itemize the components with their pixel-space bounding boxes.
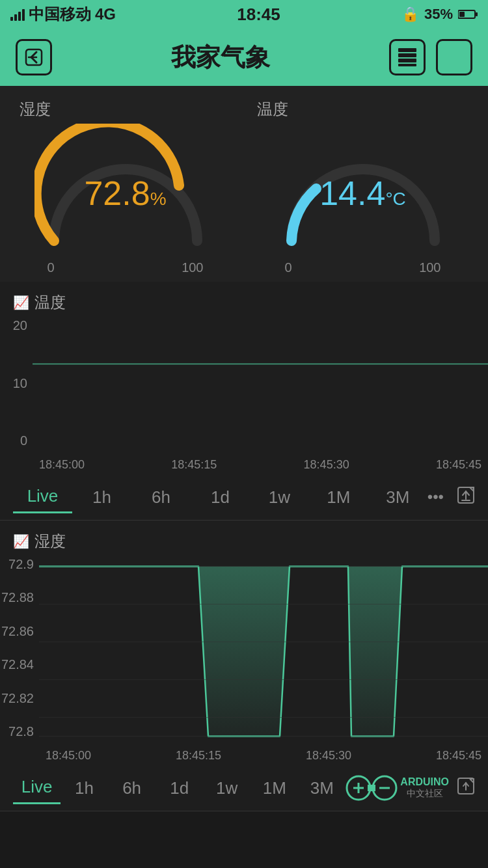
btab-live[interactable]: Live [13,772,61,804]
btab-1h[interactable]: 1h [61,773,108,804]
svg-rect-25 [368,785,375,791]
svg-rect-5 [398,48,416,52]
hum-y-728: 72.8 [8,724,34,739]
hum-chart-header: 📈 湿度 [0,531,488,552]
temperature-chart-section: 📈 温度 20 10 0 18:45:00 18:45:15 18:45:30 … [0,282,488,521]
temperature-value: 14.4°C [319,174,406,213]
temp-chart-plot [33,318,488,455]
carrier-label: 中国移动 [29,4,91,25]
tab-6h[interactable]: 6h [131,482,191,513]
signal-icon [10,8,25,21]
arduino-logo: ARDUINO 中文社区 [346,772,475,804]
temp-x-0: 18:45:00 [39,458,85,472]
temp-chart-svg [33,318,488,455]
btab-3m[interactable]: 3M [298,773,346,804]
status-bar: 中国移动 4G 18:45 🔒 35% [0,0,488,29]
hum-y-labels: 72.9 72.88 72.86 72.84 72.82 72.8 [0,557,39,739]
temp-x-3: 18:45:45 [436,458,481,472]
menu-button[interactable] [436,39,472,75]
temp-y-0: 0 [20,433,27,448]
temperature-gauge-wrapper: 14.4°C [272,124,454,267]
btab-6h[interactable]: 6h [108,773,156,804]
tab-1w[interactable]: 1w [250,482,309,513]
tab-1m[interactable]: 1M [309,482,368,513]
temperature-gauge: 温度 14.4°C 0 100 [244,99,481,275]
settings-button[interactable] [389,39,426,75]
humidity-chart-section: 📈 湿度 72.9 72.88 72.86 72.84 72.82 72.8 [0,521,488,811]
export-icon[interactable] [457,486,475,508]
tab-3m[interactable]: 3M [368,482,427,513]
humidity-chart-area: 72.9 72.88 72.86 72.84 72.82 72.8 [0,557,488,765]
temp-y-labels: 20 10 0 [0,318,33,448]
btab-1d[interactable]: 1d [156,773,203,804]
status-right: 🔒 35% [401,6,478,23]
bottom-time-tabs: Live 1h 6h 1d 1w 1M 3M ARDUINO 中文社区 [0,765,488,811]
temperature-label: 温度 [257,99,288,120]
btab-1m[interactable]: 1M [251,773,298,804]
title-bar-right [389,39,472,75]
hum-chart-svg [39,557,488,746]
temp-x-2: 18:45:30 [304,458,349,472]
time-tabs: Live 1h 6h 1d 1w 1M 3M ••• [0,474,488,521]
battery-icon [458,9,478,20]
hum-x-3: 18:45:45 [436,749,481,763]
back-button[interactable] [16,39,52,75]
hum-x-0: 18:45:00 [46,749,91,763]
hum-y-729: 72.9 [8,557,34,572]
humidity-label: 湿度 [20,99,51,120]
title-bar: 我家气象 [0,29,488,86]
hum-x-labels: 18:45:00 18:45:15 18:45:30 18:45:45 [39,746,488,765]
svg-rect-8 [398,64,416,66]
humidity-gauge-wrapper: 72.8% [34,124,217,267]
network-label: 4G [95,5,116,23]
hum-y-7282: 72.82 [1,691,34,706]
page-title: 我家气象 [171,41,270,74]
hum-chart-plot [39,557,488,746]
hum-y-7284: 72.84 [1,657,34,672]
hum-x-2: 18:45:30 [306,749,351,763]
temp-x-1: 18:45:15 [171,458,217,472]
temp-x-labels: 18:45:00 18:45:15 18:45:30 18:45:45 [33,455,488,474]
title-bar-left [16,39,52,75]
humidity-gauge: 湿度 72.8% 0 100 [7,99,244,275]
svg-rect-2 [476,12,478,16]
humidity-value: 72.8% [84,174,166,213]
btab-1w[interactable]: 1w [203,773,251,804]
hum-chart-icon: 📈 [13,534,29,549]
svg-rect-1 [459,12,465,17]
temp-chart-icon: 📈 [13,295,29,310]
share-icon[interactable] [457,777,475,799]
hum-y-7288: 72.88 [1,590,34,605]
temp-chart-title: 温度 [34,292,66,313]
lock-icon: 🔒 [401,6,419,23]
temp-chart-header: 📈 温度 [0,292,488,313]
temperature-chart-area: 20 10 0 18:45:00 18:45:15 18:45:30 18:45… [0,318,488,474]
tab-actions: ••• [427,486,475,508]
tab-1h[interactable]: 1h [72,482,131,513]
svg-rect-6 [398,53,416,57]
battery-label: 35% [424,6,453,23]
status-left: 中国移动 4G [10,4,116,25]
more-icon[interactable]: ••• [427,488,444,506]
hum-y-7286: 72.86 [1,624,34,639]
temp-y-20: 20 [13,318,27,333]
status-time: 18:45 [237,5,280,25]
hum-chart-title: 湿度 [34,531,66,552]
tab-live[interactable]: Live [13,481,72,513]
hum-x-1: 18:45:15 [176,749,221,763]
gauges-section: 湿度 72.8% 0 100 温度 [0,86,488,282]
tab-1d[interactable]: 1d [191,482,250,513]
svg-rect-7 [398,59,416,62]
temp-y-10: 10 [13,376,27,391]
